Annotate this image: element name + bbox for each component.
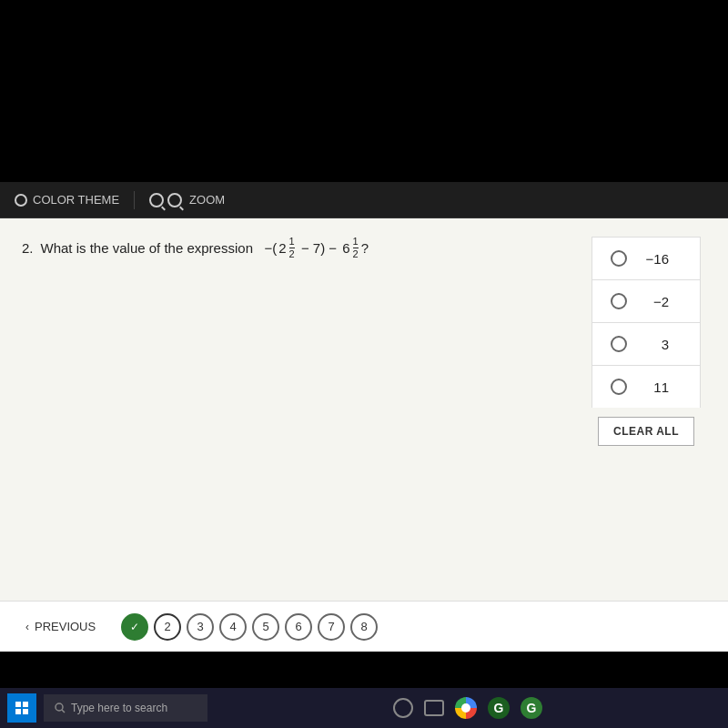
fraction-1: 1 2	[289, 237, 295, 259]
math-expression: −( 2 1 2 − 7) − 6 1 2 ?	[265, 237, 369, 259]
radio-11[interactable]	[611, 379, 627, 395]
fraction-2: 1 2	[353, 237, 359, 259]
color-theme-label: COLOR THEME	[33, 193, 119, 207]
question-number: 2.	[22, 240, 34, 256]
globe-icon	[15, 194, 27, 207]
page-num-2: 2	[165, 620, 171, 633]
previous-button[interactable]: ‹ PREVIOUS	[18, 616, 103, 637]
page-button-6[interactable]: 6	[285, 613, 312, 641]
radio-3[interactable]	[611, 336, 627, 352]
answer-option-3[interactable]: 3	[592, 322, 701, 365]
top-black-area	[0, 0, 728, 182]
taskbar: Type here to search G G	[0, 688, 728, 728]
answer-value-3: 3	[642, 337, 669, 352]
minus-sign: −(	[265, 240, 278, 256]
answer-value-11: 11	[642, 379, 669, 395]
answer-options: −16 −2 3 11 CLEAR ALL	[592, 237, 701, 446]
toolbar-divider	[134, 191, 135, 209]
answer-option-neg16[interactable]: −16	[592, 237, 701, 279]
previous-label: PREVIOUS	[35, 620, 96, 633]
question-mark: ?	[361, 240, 369, 256]
page-button-7[interactable]: 7	[318, 613, 345, 641]
taskbar-search-box[interactable]: Type here to search	[44, 694, 207, 722]
answer-value-neg16: −16	[642, 251, 669, 267]
answer-option-11[interactable]: 11	[592, 365, 701, 408]
page-num-7: 7	[329, 620, 335, 633]
chevron-left-icon: ‹	[25, 621, 29, 633]
page-num-8: 8	[361, 620, 368, 633]
start-button[interactable]	[7, 693, 36, 723]
question-area: 2. What is the value of the expression −…	[0, 218, 728, 601]
page-num-4: 4	[230, 620, 237, 633]
svg-rect-3	[23, 709, 28, 714]
mixed-number-1-whole: 2	[278, 240, 286, 256]
page-button-5[interactable]: 5	[252, 613, 279, 641]
fraction-2-numerator: 1	[353, 237, 359, 248]
chrome-icon[interactable]	[455, 697, 477, 719]
answer-option-neg2[interactable]: −2	[592, 279, 701, 322]
question-wording: What is the value of the expression	[41, 240, 253, 256]
page-num-3: 3	[197, 620, 204, 633]
fraction-1-numerator: 1	[289, 237, 295, 248]
svg-rect-1	[23, 702, 28, 707]
page-button-8[interactable]: 8	[350, 613, 378, 641]
page-button-2[interactable]: 2	[154, 613, 181, 641]
svg-rect-0	[15, 702, 21, 707]
mixed-number-2-whole: 6	[342, 240, 349, 256]
page-num-5: 5	[263, 620, 269, 633]
taskbar-center-icons: G G	[215, 697, 721, 719]
bottom-navigation: ‹ PREVIOUS 2 3 4 5 6 7 8	[0, 601, 728, 652]
zoom-out-icon[interactable]	[149, 193, 164, 207]
cortana-icon[interactable]	[393, 698, 413, 718]
toolbar: COLOR THEME ZOOM	[0, 182, 728, 218]
minus-7: − 7) −	[298, 240, 341, 256]
zoom-label: ZOOM	[189, 193, 225, 207]
svg-point-4	[56, 703, 63, 711]
answer-value-neg2: −2	[642, 294, 669, 309]
radio-neg16[interactable]	[611, 250, 627, 267]
zoom-in-icon[interactable]	[167, 193, 182, 207]
radio-neg2[interactable]	[611, 293, 627, 309]
app-icon-green2[interactable]: G	[521, 697, 542, 719]
search-placeholder: Type here to search	[71, 702, 167, 714]
clear-all-button[interactable]: CLEAR ALL	[598, 417, 694, 446]
page-button-4[interactable]: 4	[219, 613, 247, 641]
page-button-3[interactable]: 3	[187, 613, 214, 641]
svg-line-5	[62, 710, 65, 713]
app-icon-green[interactable]: G	[488, 697, 510, 719]
page-num-6: 6	[296, 620, 302, 633]
page-numbers: 2 3 4 5 6 7 8	[121, 613, 378, 641]
fraction-1-denominator: 2	[289, 248, 295, 259]
zoom-controls[interactable]: ZOOM	[149, 193, 225, 207]
svg-rect-2	[15, 709, 21, 714]
monitor-icon[interactable]	[424, 700, 444, 716]
color-theme-button[interactable]: COLOR THEME	[15, 193, 119, 207]
question-body: What is the value of the expression −( 2…	[41, 237, 369, 259]
page-button-1[interactable]	[121, 613, 148, 641]
fraction-2-denominator: 2	[353, 248, 359, 259]
